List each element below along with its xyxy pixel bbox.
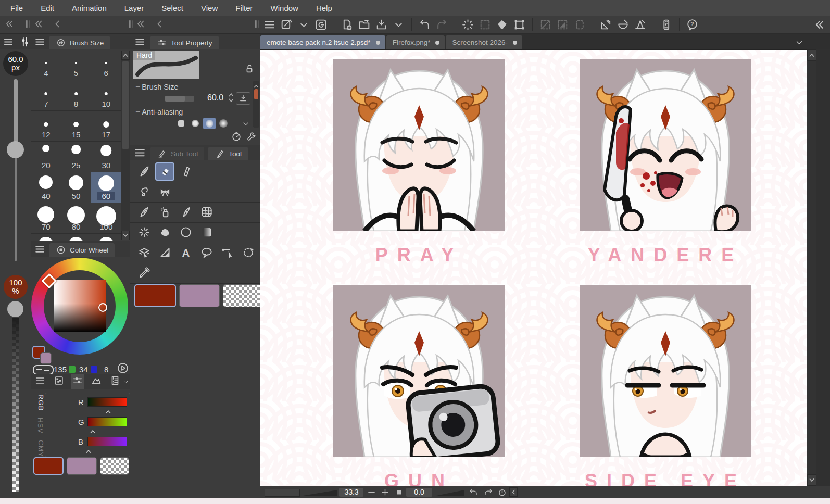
tool-polyline-fill[interactable]: [157, 245, 173, 260]
menu-icon[interactable]: [34, 375, 46, 386]
tool-layer-select[interactable]: [136, 245, 152, 260]
opacity-slider-track[interactable]: [12, 318, 19, 492]
brush-size-cell-6[interactable]: 6: [91, 49, 121, 80]
brush-size-cell-100[interactable]: 100: [91, 203, 121, 234]
wrench-icon[interactable]: [246, 131, 257, 142]
undo-icon[interactable]: [418, 18, 431, 31]
brush-size-cell-5[interactable]: 5: [61, 49, 92, 80]
menu-animation[interactable]: Animation: [72, 4, 107, 12]
clip-studio-icon[interactable]: [315, 18, 328, 31]
chevron-down-icon[interactable]: [123, 378, 130, 385]
tab-close-icon[interactable]: [435, 41, 439, 45]
transparent-swatch-large[interactable]: [223, 284, 261, 307]
brush-size-panel-tab[interactable]: Brush Size: [49, 36, 110, 49]
main-color-swatch[interactable]: [33, 457, 64, 475]
brush-size-scrollbar-thumb[interactable]: [122, 61, 129, 149]
tool-wand[interactable]: [136, 224, 152, 240]
tool-panel-tab-sub-tool[interactable]: Sub Tool: [150, 147, 204, 160]
tool-mapping-pen[interactable]: [178, 204, 194, 220]
tool-eraser[interactable]: [157, 163, 173, 179]
brush-size-cell-4[interactable]: 4: [31, 49, 61, 80]
brush-size-cell-12[interactable]: 12: [31, 111, 61, 142]
grip-icon[interactable]: [251, 18, 262, 30]
anti-aliasing-option-0[interactable]: [175, 118, 187, 129]
color-panel-tab-sliders[interactable]: [71, 374, 84, 389]
reselect-icon[interactable]: [479, 18, 492, 31]
slider-caret[interactable]: [106, 406, 111, 409]
brush-size-mini-slider[interactable]: [165, 96, 194, 102]
color-panel-tab-color-set[interactable]: [52, 374, 66, 389]
fit-to-screen-button[interactable]: [394, 487, 404, 497]
tool-lasso[interactable]: [136, 184, 152, 199]
panel-menu-icon[interactable]: [33, 35, 46, 48]
tool-panel-tab-tool[interactable]: Tool: [208, 147, 248, 160]
slider-gradient-bar[interactable]: [87, 417, 127, 426]
brush-size-cell-50[interactable]: 50: [61, 172, 92, 203]
sliders-icon[interactable]: [72, 375, 83, 386]
panel-menu-icon[interactable]: [2, 35, 15, 48]
play-circle-icon[interactable]: [117, 362, 129, 374]
menu-help[interactable]: Help: [316, 4, 332, 12]
chevron-down-icon[interactable]: [242, 120, 250, 128]
document-tab[interactable]: emote base pack n.2 itsue 2.psd*: [260, 35, 385, 49]
sv-marker[interactable]: [98, 303, 107, 312]
brush-size-cell-partial[interactable]: [91, 234, 121, 241]
brush-size-cell-80[interactable]: 80: [61, 203, 92, 234]
transparent-color-swatch[interactable]: [100, 457, 129, 475]
tab-close-icon[interactable]: [513, 41, 517, 45]
companion-mode-icon[interactable]: [660, 18, 673, 31]
anti-aliasing-option-1[interactable]: [189, 118, 202, 129]
tool-blend[interactable]: [178, 163, 194, 179]
menu-icon[interactable]: [133, 146, 146, 159]
sub-color-swatch-large[interactable]: [179, 284, 220, 307]
panel-menu-icon[interactable]: [133, 35, 146, 48]
zoom-value[interactable]: 33.3: [339, 488, 363, 497]
menu-edit[interactable]: Edit: [41, 4, 54, 12]
brush-size-cell-20[interactable]: 20: [31, 142, 61, 172]
ruler-curve-icon[interactable]: [617, 18, 630, 31]
menu-file[interactable]: File: [10, 4, 23, 12]
tool-ellipse[interactable]: [178, 224, 194, 240]
tool-fude-pen[interactable]: [136, 204, 152, 220]
rotation-value[interactable]: 0.0: [406, 488, 432, 497]
main-color-swatch-large[interactable]: [134, 284, 176, 307]
canvas-scroll-down[interactable]: [807, 474, 816, 486]
rotation-ramp[interactable]: [435, 489, 466, 496]
snap-special-icon[interactable]: [573, 18, 586, 31]
tool-balloon[interactable]: [199, 245, 215, 260]
chevron-down-small-icon[interactable]: [297, 18, 310, 31]
brush-size-cell-7[interactable]: 7: [31, 80, 61, 111]
chevron-double-left-icon[interactable]: [134, 18, 146, 30]
zoom-out-button[interactable]: [367, 487, 376, 497]
status-collapse-left[interactable]: [509, 487, 518, 497]
color-wheel-tab[interactable]: Color Wheel: [49, 243, 115, 257]
canvas-vertical-scrollbar[interactable]: [807, 49, 816, 486]
redo-icon[interactable]: [435, 18, 448, 31]
brush-size-scrollbar[interactable]: [121, 60, 130, 231]
grip-icon[interactable]: [22, 18, 33, 30]
register-default-button[interactable]: [236, 92, 250, 105]
mode-tab-cmy[interactable]: CMY: [37, 440, 45, 457]
brush-size-cell-partial[interactable]: [61, 234, 92, 241]
pen-link-icon[interactable]: [280, 18, 293, 31]
ruler-triangle-icon[interactable]: [599, 18, 612, 31]
reset-rotation-button[interactable]: [497, 487, 507, 497]
deselect-icon[interactable]: [461, 18, 474, 31]
menu-layer[interactable]: Layer: [124, 4, 144, 12]
chevron-left-icon[interactable]: [52, 18, 64, 30]
snap-line-icon[interactable]: [539, 18, 552, 31]
rotate-cw-button[interactable]: [483, 487, 493, 497]
document-tab[interactable]: Firefox.png*: [386, 35, 445, 49]
tool-gradient[interactable]: [199, 224, 215, 240]
canvas-surface[interactable]: PRAYYANDEREGUNSIDE EYE: [260, 49, 807, 486]
menu-view[interactable]: View: [201, 4, 218, 12]
chevron-down-small-icon[interactable]: [392, 18, 405, 31]
tool-property-tab[interactable]: Tool Property: [150, 36, 219, 49]
save-icon[interactable]: [375, 18, 388, 31]
brush-size-cell-10[interactable]: 10: [91, 80, 121, 111]
tool-bucket[interactable]: [157, 224, 173, 240]
brush-size-cell-25[interactable]: 25: [61, 142, 92, 172]
film-icon[interactable]: [109, 375, 121, 386]
slider-gradient-bar[interactable]: [87, 437, 127, 446]
brush-size-cell-70[interactable]: 70: [31, 203, 61, 234]
